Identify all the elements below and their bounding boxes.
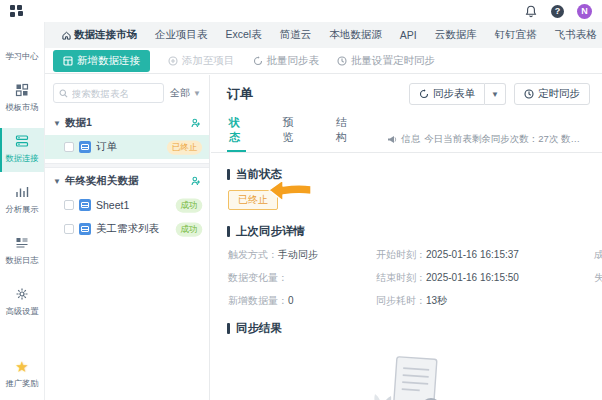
help-icon[interactable]: ? [551, 5, 564, 18]
tab-feishu-sheet[interactable]: 飞书表格 [546, 25, 602, 45]
detail-tabs: 状态 预览 结构 信息 今日当前表剩余同步次数：27次 数据同步完成时间：202… [211, 109, 602, 153]
tab-data-market[interactable]: 数据连接市场 [53, 25, 146, 45]
table-row-design-requests[interactable]: 美工需求列表 成功 [45, 217, 209, 241]
group-header-data1[interactable]: ▼ 数据1 [45, 110, 209, 135]
chevron-down-icon: ▼ [193, 89, 201, 98]
row-status-badge: 成功 [176, 198, 203, 212]
sync-quota-info: 信息 今日当前表剩余同步次数：27次 数据同步完成时间：202... [387, 133, 586, 152]
sidebar: 学习中心 模板市场 数据连接 分析展示 数据日志 高级设置 ★ 推广奖励 [0, 22, 45, 400]
group-action-icon[interactable] [191, 118, 201, 128]
sidebar-item-label: 推广奖励 [2, 378, 42, 390]
sidebar-item-learning-center[interactable]: 学习中心 [0, 44, 44, 70]
table-row-dingdan[interactable]: 订单 已终止 [45, 135, 209, 159]
field-start-time: 开始时刻：2025-01-16 16:15:37 [376, 248, 594, 262]
sheet-file-icon [79, 141, 91, 153]
sidebar-item-analysis[interactable]: 分析展示 [0, 179, 44, 223]
sync-icon [419, 89, 429, 99]
tab-jiandaoyun[interactable]: 简道云 [271, 25, 321, 45]
megaphone-icon [387, 135, 397, 144]
sync-form-button[interactable]: 同步表单 [409, 83, 485, 105]
annotation-arrow-icon [267, 177, 313, 203]
settings-gear-icon [0, 287, 44, 303]
tab-status[interactable]: 状态 [227, 109, 246, 152]
notification-bell-icon[interactable] [524, 4, 538, 18]
promo-star-icon: ★ [0, 358, 44, 376]
sidebar-item-label: 学习中心 [2, 51, 42, 63]
empty-document-illustration [363, 352, 451, 400]
field-data-change-amount: 数据变化量： [228, 271, 376, 285]
section-sync-result: 同步结果 [227, 321, 586, 336]
tab-cloud-db[interactable]: 云数据库 [426, 25, 486, 45]
template-market-icon [0, 83, 44, 99]
topbar: ? N [0, 0, 602, 22]
tab-excel[interactable]: Excel表 [217, 25, 271, 45]
data-log-icon [0, 236, 44, 252]
field-success-connections: 成功连接：0 [594, 248, 602, 262]
connector-tabbar: 数据连接市场 企业项目表 Excel表 简道云 本地数据源 API 云数据库 钉… [45, 22, 602, 48]
sidebar-item-label: 分析展示 [2, 204, 42, 216]
group-collapse-icon: ▼ [53, 177, 61, 186]
action-toolbar: 新增数据连接 添加至项目 批量同步表 批量设置定时同步 [45, 48, 602, 74]
filter-dropdown[interactable]: 全部▼ [170, 86, 201, 100]
field-sync-duration: 同步耗时：13秒 [376, 294, 594, 308]
tab-dingtalk-yida[interactable]: 钉钉宜搭 [486, 25, 546, 45]
sync-circle-icon [253, 56, 263, 66]
row-checkbox[interactable] [64, 200, 74, 210]
tab-local-datasource[interactable]: 本地数据源 [320, 25, 391, 45]
field-end-time: 结束时刻：2025-01-16 16:15:50 [376, 271, 594, 285]
row-status-badge: 成功 [176, 222, 203, 236]
search-input[interactable] [72, 88, 158, 99]
sidebar-item-data-connection[interactable]: 数据连接 [0, 128, 44, 172]
table-row-sheet1[interactable]: Sheet1 成功 [45, 193, 209, 217]
field-failed-connections: 失败连接：0 [594, 271, 602, 285]
row-checkbox[interactable] [64, 142, 74, 152]
sidebar-item-label: 数据日志 [2, 255, 42, 267]
section-last-sync-details: 上次同步详情 [227, 224, 586, 239]
sidebar-item-data-log[interactable]: 数据日志 [0, 230, 44, 274]
search-icon [59, 89, 68, 98]
page-title: 订单 [227, 85, 409, 103]
table-list-panel: 全部▼ ▼ 数据1 订单 已终止 ▼ 年终奖相关数据 Sheet1 成功 美工需… [45, 75, 210, 400]
field-trigger-mode: 触发方式：手动同步 [228, 248, 376, 262]
sync-detail-fields: 触发方式：手动同步 开始时刻：2025-01-16 16:15:37 成功连接：… [228, 248, 586, 308]
tab-api[interactable]: API [391, 26, 426, 44]
clock-icon [337, 56, 347, 66]
clock-icon [524, 89, 534, 99]
plus-circle-icon [168, 56, 178, 66]
batch-schedule-sync-button[interactable]: 批量设置定时同步 [337, 54, 435, 68]
info-label: 信息 [401, 133, 420, 146]
row-checkbox[interactable] [64, 224, 74, 234]
sheet-file-icon [79, 223, 91, 235]
data-connection-icon [0, 134, 44, 150]
row-status-badge: 已终止 [167, 140, 202, 154]
sidebar-item-label: 高级设置 [2, 306, 42, 318]
avatar[interactable]: N [577, 4, 592, 19]
schedule-sync-button[interactable]: 定时同步 [514, 83, 590, 105]
tab-enterprise-project[interactable]: 企业项目表 [146, 25, 217, 45]
batch-sync-button[interactable]: 批量同步表 [253, 54, 320, 68]
sidebar-item-label: 数据连接 [2, 153, 42, 165]
sync-result-empty-state: 同步已终止，下次将按数据变化量继续同步数据 [227, 336, 586, 400]
table-plus-icon [63, 56, 73, 66]
add-to-project-button[interactable]: 添加至项目 [168, 54, 235, 68]
tab-preview[interactable]: 预览 [280, 109, 299, 152]
apps-grid-icon[interactable] [10, 5, 23, 18]
sync-options-chevron-icon[interactable]: ▼ [485, 83, 506, 105]
sidebar-item-promo-rewards[interactable]: ★ 推广奖励 [0, 358, 44, 400]
search-box[interactable] [53, 83, 164, 103]
field-new-data-amount: 新增数据量：0 [228, 294, 376, 308]
analysis-chart-icon [0, 185, 44, 201]
sheet-file-icon [79, 199, 91, 211]
sidebar-item-template-market[interactable]: 模板市场 [0, 77, 44, 121]
group-collapse-icon: ▼ [53, 119, 61, 128]
group-header-yearend[interactable]: ▼ 年终奖相关数据 [45, 168, 209, 193]
sidebar-item-settings[interactable]: 高级设置 [0, 281, 44, 325]
main-panel: 订单 同步表单 ▼ 定时同步 状态 预览 结构 信息 今日当前表剩余同步次数：2… [211, 75, 602, 400]
sidebar-item-label: 模板市场 [2, 102, 42, 114]
new-data-connection-button[interactable]: 新增数据连接 [53, 50, 150, 72]
tab-structure[interactable]: 结构 [334, 109, 353, 152]
home-icon [62, 31, 71, 40]
group-action-icon[interactable] [191, 176, 201, 186]
